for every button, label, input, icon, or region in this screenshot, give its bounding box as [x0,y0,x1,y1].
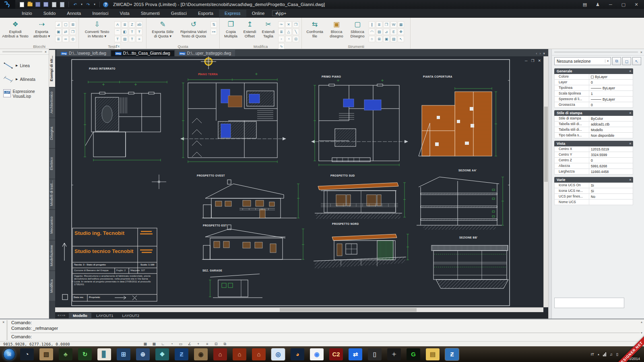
property-row[interactable]: Nome UCS [554,200,633,205]
ripristina-valori-button[interactable]: ↺ Ripristina ValoriTesto di Quota [178,19,209,42]
property-row[interactable]: Grossezza 0 [554,102,633,108]
sync-app-icon[interactable]: ↻ [78,348,92,360]
plot-preview-icon[interactable] [59,2,65,8]
property-row[interactable]: Spessore di li... ByLayer [554,97,633,102]
purge-icon[interactable]: ◎ [70,36,76,42]
compass-app-icon[interactable]: ◉ [194,348,208,360]
mdi-restore-icon[interactable]: ❐ [531,59,534,63]
tool-app-icon[interactable]: ⊕ [136,348,150,360]
command-grip[interactable] [6,320,8,340]
account-icon[interactable]: ♟ [593,2,602,7]
tab-scroll-right-icon[interactable]: › [539,51,541,56]
block-icon[interactable]: ⊿ [55,21,62,28]
ribbon-tab[interactable]: Inizio [16,10,38,17]
dim-break-icon[interactable]: ⇅ [211,21,217,28]
infocenter-icon[interactable]: ▤ [580,2,589,7]
t2-icon[interactable]: Ŧ [136,29,142,35]
folder-app-icon[interactable]: ▤ [426,348,440,360]
property-row[interactable]: Icona UCS ne... Si [554,188,633,194]
layout-nav-icons[interactable]: «‹›» [58,313,66,317]
ortho-icon[interactable]: ∟ [160,342,166,346]
selection-dropdown[interactable]: Nessuna selezione ▾ [554,57,611,65]
numbering-icon[interactable]: ≣ [122,21,128,28]
snap-icon[interactable]: ▦ [142,342,148,346]
map-app-icon[interactable]: ▧ [39,348,53,360]
sblocca-disegno-button[interactable]: ▢ SbloccaDisegno [348,19,367,42]
lwt-icon[interactable]: ≡ [204,342,210,346]
layers-icon[interactable]: ≣ [376,21,382,28]
collapse-icon[interactable]: « [628,70,632,72]
property-row[interactable]: Stile di stampa ByColor [554,116,633,121]
paste-icon[interactable]: ▤ [390,36,397,42]
case-icon[interactable]: Z [129,21,135,28]
text-mask-icon[interactable]: ◧ [122,29,128,35]
collapse-icon[interactable]: « [628,179,632,181]
save-all-icon[interactable] [43,2,49,8]
otrack-icon[interactable]: + [196,342,201,346]
palette-tab[interactable]: Modifica [49,271,55,301]
frame-icon[interactable]: ▭ [178,342,184,346]
list-icon[interactable]: ≣ [55,36,62,42]
ribbon-tab[interactable]: Vista [114,10,135,17]
toggle-pickadd-button[interactable]: ↖ [632,57,641,65]
tri2-icon[interactable]: ⊿ [383,29,390,35]
converti-testo-button[interactable]: ⇩ Converti Testoin Mtesto ▾ [81,19,113,42]
attach-icon[interactable]: ⊞ [70,21,76,28]
property-row[interactable]: Larghezza 11660.4458 [554,169,633,175]
document-tab[interactable]: dwg D:\...tto_Casa_Gianni.dwg [111,50,174,56]
property-row[interactable]: Tabella stili di... addcad1.ctb [554,121,633,127]
palette-tab[interactable]: Modellazione [49,241,55,270]
flat-icon[interactable]: ≣ [278,29,285,35]
frame-icon[interactable]: ▢ [62,21,69,28]
undo-icon[interactable]: ↶ [72,2,78,8]
tri-icon[interactable]: △ [285,29,292,35]
chrome-app-icon[interactable]: ◉ [310,348,324,360]
t1-icon[interactable]: T [129,29,135,35]
open-file-icon[interactable] [27,2,33,8]
command-scrollbar[interactable]: ▴▾ [641,320,642,335]
ribbon-tab[interactable]: Inserisci [87,10,114,17]
text-a-icon[interactable]: ▣ [55,29,62,35]
palette-tab[interactable]: Elettrico [49,149,55,179]
minimize-button[interactable]: ─ [606,2,615,7]
layout-tab[interactable]: LAYOUT2 [118,313,144,318]
property-row[interactable]: Icona UCS On Si [554,183,633,188]
img-icon[interactable]: ▣ [383,36,390,42]
palette-tab[interactable]: Modelli di tratt... [49,179,55,209]
print-icon[interactable] [51,2,57,8]
property-row[interactable]: Altezza 5991.6268 [554,163,633,169]
doc-icon[interactable]: ▤ [122,36,128,42]
help-icon[interactable]: ? [103,2,108,7]
grid-icon[interactable]: ▦ [398,21,404,28]
save-icon[interactable] [35,2,41,8]
arc2-icon[interactable]: ◠ [369,29,375,35]
tree-app-icon[interactable]: ♣ [59,348,72,360]
redo-dropdown-icon[interactable]: ▾ [93,2,96,8]
box-icon[interactable]: ▫ [278,36,285,42]
quick-select-button[interactable]: ⧉ [612,57,621,65]
t3-icon[interactable]: T [114,36,121,42]
redo-icon[interactable]: ↷ [85,2,91,8]
parallel-icon[interactable]: ∥ [369,21,375,28]
action-center-icon[interactable]: ▯ [616,352,618,356]
text-frame-icon[interactable]: A [114,21,121,28]
grid-icon[interactable]: ▦ [151,342,157,346]
property-row[interactable]: Centro Y 3324.5599 [554,152,633,158]
blocca-disegno-button[interactable]: ▣ Bloccadisegno [327,19,346,42]
copy2-icon[interactable]: ❐ [293,21,299,28]
property-row[interactable]: UCS per fines... No [554,194,633,200]
property-row[interactable]: Layer 0 [554,80,633,85]
house-app-icon-3[interactable]: ⌂ [252,348,266,360]
document-tab[interactable]: dwg D:\...uper_tratteggio.dwg [175,50,235,56]
palette-tab[interactable]: Disegna [49,118,55,148]
cap2tv-app-icon[interactable]: C2 [329,348,343,360]
property-row[interactable]: Colore ByLayer [554,74,633,80]
palette-tab[interactable]: Esempi di str... [49,50,55,87]
sheets-icon[interactable]: ❐ [383,21,390,28]
e-icon[interactable]: E [390,29,397,35]
windows-app-icon[interactable]: ⊞ [117,348,130,360]
abc-check-icon[interactable]: ab [136,21,142,28]
slope-icon[interactable]: ╲ [293,29,299,35]
layout-tab[interactable]: Modello [69,313,91,318]
ribbon-tab[interactable]: Gestisci [165,10,192,17]
